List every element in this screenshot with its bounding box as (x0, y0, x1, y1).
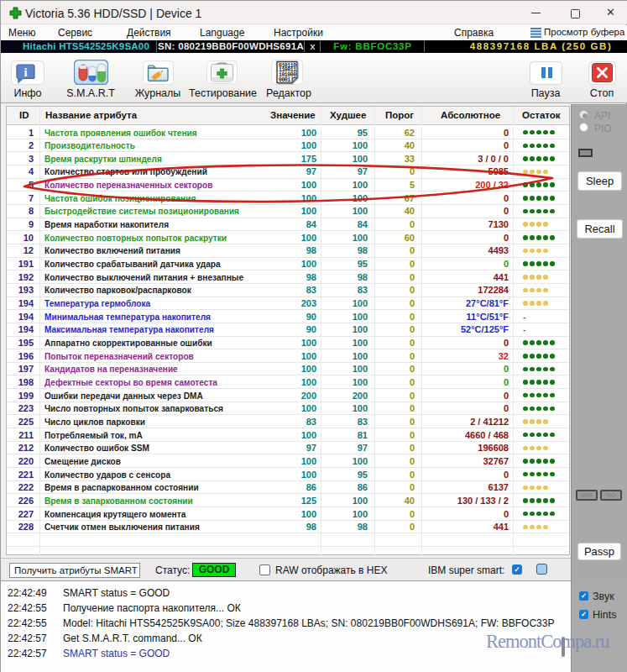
svg-text:0001: 0001 (279, 77, 290, 83)
svg-text:i: i (24, 66, 27, 79)
